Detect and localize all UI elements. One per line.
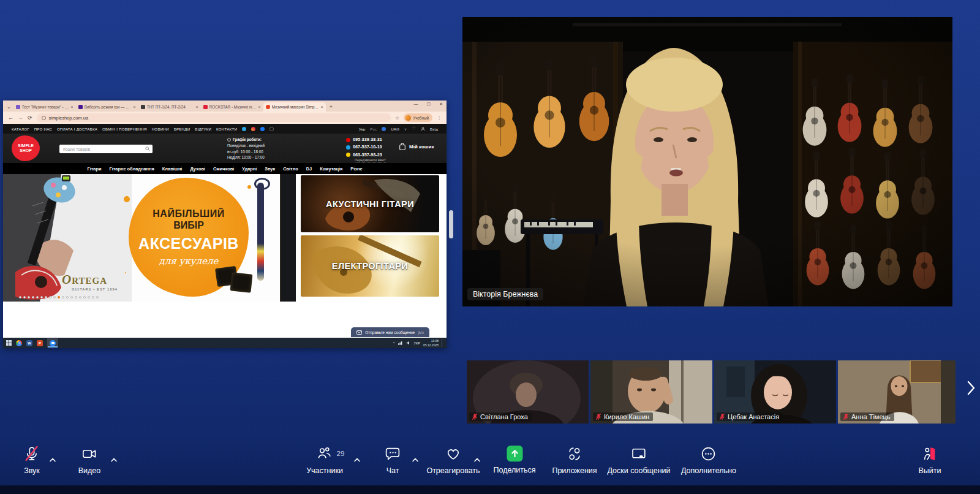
show-desktop-button[interactable]	[442, 339, 443, 347]
chat-button[interactable]: Чат	[385, 446, 401, 475]
nav-link-returns[interactable]: ОБМІН І ПОВЕРНЕННЯ	[102, 127, 147, 131]
search-icon[interactable]	[145, 146, 150, 151]
browser-tab-simpleshop-active[interactable]: Музичний магазин SimpleSh ×	[263, 102, 326, 112]
lang-ukr[interactable]: Укр	[359, 127, 365, 131]
cat-dj[interactable]: DJ	[306, 166, 312, 172]
browser-tab-kahoot[interactable]: Виберіть режим гри — Kahoo ×	[76, 102, 138, 112]
browser-tab-forms[interactable]: Тест "Музичні товари" - Goog ×	[13, 102, 76, 112]
browser-menu-icon[interactable]: ⋮	[437, 115, 442, 121]
telegram-icon[interactable]	[242, 127, 246, 131]
hero-carousel-slide[interactable]: НАЙБІЛЬШИЙ ВИБІР АКСЕСУАРІВ для укулеле …	[3, 174, 296, 302]
nav-link-news[interactable]: НОВИНИ	[152, 127, 169, 131]
carousel-dots[interactable]	[19, 296, 99, 298]
site-info-icon[interactable]	[42, 116, 46, 120]
currency-select[interactable]: UAH	[391, 127, 399, 131]
tiktok-icon[interactable]	[270, 127, 274, 131]
facebook-icon[interactable]	[260, 127, 265, 131]
window-close-button[interactable]: ✕	[439, 102, 443, 107]
tab-close-icon[interactable]: ×	[196, 105, 198, 109]
browser-profile-chip[interactable]: Учебный	[404, 113, 432, 122]
acoustic-guitars-banner[interactable]: АКУСТИЧНІ ГІТАРИ	[301, 175, 439, 232]
whiteboards-button[interactable]: Доски сообщений	[607, 446, 670, 475]
shared-screen-scrollbar[interactable]	[449, 210, 453, 238]
taskbar-clock[interactable]: 11:08 05.12.2025	[423, 339, 439, 347]
nav-link-brands[interactable]: БРЕНДИ	[174, 127, 190, 131]
window-maximize-button[interactable]: ▢	[427, 102, 431, 107]
keyboard-language[interactable]: УКР	[414, 341, 420, 345]
react-button[interactable]: Отреагировать	[426, 446, 480, 475]
main-speaker-video[interactable]: Вікторія Брежнєва	[462, 17, 952, 306]
browser-tabstrip: ⌄ Тест "Музичні товари" - Goog × Виберіт…	[3, 101, 447, 112]
callback-link[interactable]: Передзвонити вам?	[355, 158, 386, 162]
lang-rus[interactable]: Рус	[370, 127, 377, 131]
tab-close-icon[interactable]: ×	[71, 105, 74, 109]
phone-number[interactable]: 095-339-38-31	[353, 136, 382, 143]
cat-light[interactable]: Світло	[283, 166, 298, 172]
zoom-taskbar-icon-active[interactable]	[47, 338, 58, 348]
apps-button[interactable]: Приложения	[552, 446, 597, 475]
wishlist-heart-icon[interactable]: ♡	[412, 126, 416, 131]
electric-guitars-banner[interactable]: ЕЛЕКТРОГІТАРИ	[301, 235, 439, 297]
powerpoint-taskbar-icon[interactable]: P	[37, 340, 43, 346]
nav-link-payment[interactable]: ОПЛАТА І ДОСТАВКА	[57, 127, 97, 131]
start-button[interactable]	[6, 340, 12, 346]
nav-link-contacts[interactable]: КОНТАКТИ	[216, 127, 237, 131]
simpleshop-logo[interactable]: SIMPLE SHOP	[12, 135, 40, 161]
audio-button[interactable]: Звук	[24, 446, 40, 475]
word-taskbar-icon[interactable]: W	[26, 340, 32, 346]
cart-button[interactable]: Мій кошик	[399, 142, 434, 151]
cat-guitars[interactable]: Гітари	[87, 166, 101, 172]
tab-search-chevron-icon[interactable]: ⌄	[7, 104, 11, 110]
bookmark-star-icon[interactable]: ☆	[395, 115, 399, 121]
jivo-chat-widget[interactable]: Отправьте нам сообщение jivo	[351, 327, 429, 337]
tab-close-icon[interactable]: ×	[258, 105, 261, 109]
address-bar[interactable]: simpleshop.com.ua	[37, 113, 391, 122]
hero-line2: ВИБІР	[173, 220, 204, 231]
login-link[interactable]: Вхід	[430, 127, 438, 131]
video-button[interactable]: Видео	[78, 446, 101, 475]
chat-options-chevron[interactable]	[412, 454, 419, 465]
cat-keys[interactable]: Клавішні	[162, 166, 183, 172]
tray-chevron-icon[interactable]: ^	[393, 341, 395, 345]
window-minimize-button[interactable]: —	[414, 102, 418, 107]
chrome-taskbar-icon[interactable]	[16, 340, 22, 346]
nav-back-icon[interactable]: ←	[8, 115, 13, 121]
cat-guitar-gear[interactable]: Гітарне обладнання	[109, 166, 154, 172]
cat-drums[interactable]: Ударні	[242, 166, 257, 172]
participant-tile[interactable]: Світлана Гроха	[467, 360, 589, 424]
phone-number[interactable]: 067-537-10-10	[353, 143, 382, 151]
cat-other[interactable]: Різне	[350, 166, 362, 172]
cat-commutation[interactable]: Комутація	[320, 166, 342, 172]
speaker-icon[interactable]	[406, 341, 411, 345]
cat-sound[interactable]: Звук	[265, 166, 275, 172]
nav-link-reviews[interactable]: ВІДГУКИ	[195, 127, 211, 131]
react-options-chevron[interactable]	[474, 454, 481, 465]
instagram-icon[interactable]	[251, 127, 255, 131]
more-button[interactable]: Дополнительно	[681, 446, 736, 475]
tab-title: Виберіть режим гри — Kahoo	[85, 105, 132, 109]
network-icon[interactable]	[398, 341, 403, 345]
logo-line2: SHOP	[20, 148, 32, 153]
site-search-input[interactable]	[59, 145, 153, 153]
nav-forward-icon[interactable]: →	[18, 115, 23, 121]
cat-winds[interactable]: Духові	[190, 166, 205, 172]
share-screen-button[interactable]: Поделиться	[493, 446, 535, 474]
new-tab-button[interactable]: +	[330, 104, 333, 110]
audio-options-chevron[interactable]	[50, 454, 56, 465]
participant-tile[interactable]: Цебак Анастасія	[714, 360, 836, 424]
participant-tile[interactable]: Анна Тімець	[838, 360, 956, 424]
browser-tab-tnt[interactable]: ТНТ ПТ-1/24, ПТ-2/24 ×	[138, 102, 201, 112]
nav-reload-icon[interactable]: ⟳	[28, 115, 32, 121]
video-options-chevron[interactable]	[111, 454, 118, 465]
leave-button[interactable]: Выйти	[918, 446, 941, 475]
tab-close-icon[interactable]: ×	[321, 105, 323, 109]
cat-strings[interactable]: Смичкові	[213, 166, 234, 172]
nav-link-about[interactable]: ПРО НАС	[34, 127, 52, 131]
tab-close-icon[interactable]: ×	[134, 105, 136, 109]
browser-tab-rockstar[interactable]: ROCKSTAR - Музичні інструм ×	[201, 102, 263, 112]
nav-link-catalog[interactable]: КАТАЛОГ	[12, 127, 29, 131]
video-label: Видео	[78, 466, 101, 475]
participants-options-chevron[interactable]	[354, 454, 361, 465]
filmstrip-next-button[interactable]	[963, 376, 979, 400]
participant-tile[interactable]: Кирило Кашин	[590, 360, 712, 424]
